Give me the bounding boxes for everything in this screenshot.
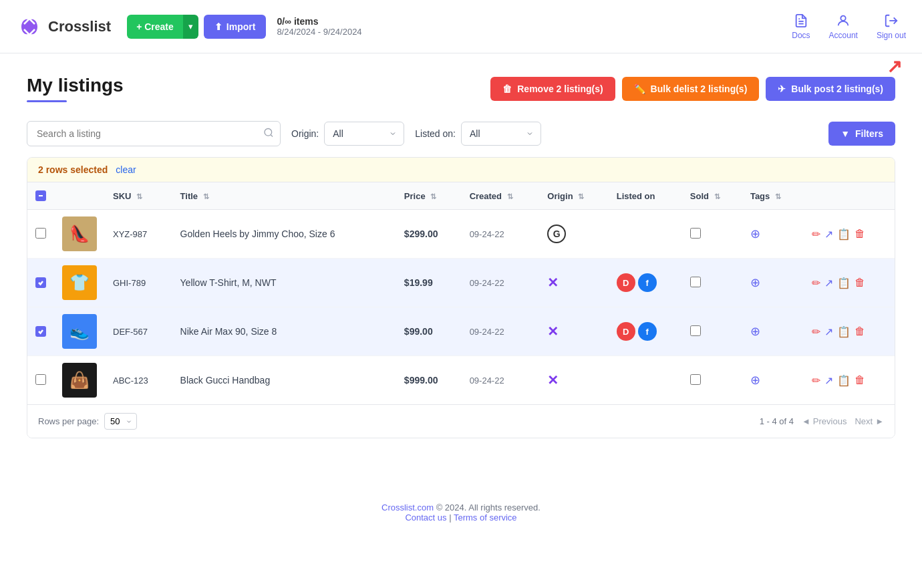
docs-icon — [794, 13, 808, 28]
terms-of-service-link[interactable]: Terms of service — [454, 512, 517, 523]
listing-created-3: 09-24-22 — [470, 327, 504, 337]
delist-icon: ✏️ — [634, 84, 645, 94]
page-info: 1 - 4 of 4 — [760, 416, 794, 426]
edit-icon-3[interactable]: ✏ — [812, 325, 820, 338]
crosslist-link[interactable]: Crosslist.com — [381, 502, 434, 512]
tags-sort-icon[interactable]: ⇅ — [775, 192, 781, 200]
bulk-delist-button[interactable]: ✏️ Bulk delist 2 listing(s) — [622, 77, 760, 101]
sold-checkbox-2[interactable] — [690, 277, 701, 287]
delete-icon-2[interactable]: 🗑 — [855, 277, 865, 289]
listed-on-filter-label: Listed on: — [415, 128, 456, 139]
origin-filter-select[interactable]: All — [324, 122, 404, 146]
create-button-group[interactable]: + Create ▾ — [127, 15, 198, 39]
rows-per-page-select[interactable]: 50 — [104, 413, 137, 430]
action-icons-2: ✏ ↗ 📋 🗑 — [812, 277, 887, 289]
filters-bar: Origin: All Listed on: All ▼ Filters — [27, 121, 895, 146]
origin-sort-icon[interactable]: ⇅ — [578, 192, 584, 200]
listed-on-filter-group: Listed on: All — [415, 122, 541, 146]
link-icon-3[interactable]: ↗ — [824, 325, 833, 338]
post-icon: ✈ — [778, 84, 786, 94]
link-icon-2[interactable]: ↗ — [824, 277, 833, 289]
header-nav: Docs Account Sign out — [792, 13, 906, 40]
remove-listings-button[interactable]: 🗑 Remove 2 listing(s) — [490, 77, 615, 101]
table-row: 👠XYZ-987Golden Heels by Jimmy Choo, Size… — [27, 210, 895, 259]
nav-docs[interactable]: Docs — [792, 13, 810, 40]
account-label: Account — [829, 31, 858, 40]
copy-icon-4[interactable]: 📋 — [837, 374, 851, 387]
link-icon-4[interactable]: ↗ — [824, 374, 833, 387]
row-checkbox-3[interactable] — [35, 326, 46, 337]
edit-icon-1[interactable]: ✏ — [812, 228, 820, 241]
clear-selection-link[interactable]: clear — [116, 164, 136, 175]
signout-icon — [884, 13, 899, 28]
origin-badge-4: ✕ — [547, 372, 600, 388]
depop-badge-3: D — [617, 322, 635, 341]
select-all-checkbox[interactable] — [35, 190, 46, 201]
listing-price-4: $999.00 — [404, 375, 438, 386]
sold-checkbox-3[interactable] — [690, 325, 701, 336]
row-checkbox-1[interactable] — [35, 228, 46, 239]
search-input[interactable] — [27, 121, 281, 146]
col-price: Price ⇅ — [396, 182, 462, 210]
delete-icon-4[interactable]: 🗑 — [855, 374, 865, 386]
add-tag-icon-4[interactable]: ⊕ — [750, 374, 760, 387]
copyright-text: © 2024. All rights reserved. — [436, 502, 541, 512]
contact-us-link[interactable]: Contact us — [405, 512, 446, 523]
signout-label: Sign out — [877, 31, 906, 40]
sold-sort-icon[interactable]: ⇅ — [714, 192, 720, 200]
copy-icon-3[interactable]: 📋 — [837, 325, 851, 338]
col-created: Created ⇅ — [462, 182, 540, 210]
listing-sku-3: DEF-567 — [113, 327, 148, 337]
import-button[interactable]: ⬆ Import — [204, 15, 267, 39]
price-sort-icon[interactable]: ⇅ — [430, 192, 436, 200]
add-tag-icon-2[interactable]: ⊕ — [750, 276, 760, 289]
pagination-bar: Rows per page: 50 1 - 4 of 4 ◄ Previous … — [27, 404, 895, 438]
origin-filter-label: Origin: — [291, 128, 319, 139]
page-header: My listings 🗑 Remove 2 listing(s) ✏️ Bul… — [27, 75, 895, 102]
listing-title-1: Golden Heels by Jimmy Choo, Size 6 — [180, 229, 335, 239]
nav-signout[interactable]: Sign out — [877, 13, 906, 40]
listing-title-3: Nike Air Max 90, Size 8 — [180, 326, 277, 337]
listed-on-filter-select[interactable]: All — [461, 122, 541, 146]
link-icon-1[interactable]: ↗ — [824, 228, 833, 241]
listing-price-2: $19.99 — [404, 277, 433, 288]
depop-badge-2: D — [617, 273, 635, 292]
title-sort-icon[interactable]: ⇅ — [203, 192, 209, 200]
bulk-post-button[interactable]: ✈ Bulk post 2 listing(s) ↗ — [766, 77, 895, 101]
sold-checkbox-1[interactable] — [690, 228, 701, 239]
edit-icon-4[interactable]: ✏ — [812, 374, 820, 387]
import-icon: ⬆ — [214, 21, 222, 32]
add-tag-icon-1[interactable]: ⊕ — [750, 227, 760, 241]
col-title: Title ⇅ — [172, 182, 396, 210]
listing-sku-4: ABC-123 — [113, 376, 148, 386]
listing-title-4: Black Gucci Handbag — [180, 375, 271, 386]
logo-text: Crosslist — [48, 18, 111, 35]
listing-thumbnail-2: 👕 — [62, 265, 97, 300]
delete-icon-3[interactable]: 🗑 — [855, 325, 865, 337]
listings-table: SKU ⇅ Title ⇅ Price ⇅ Created ⇅ — [27, 182, 895, 404]
listings-table-container: 2 rows selected clear SKU — [27, 157, 895, 438]
table-row: →👟DEF-567Nike Air Max 90, Size 8$99.0009… — [27, 307, 895, 356]
account-icon — [836, 13, 851, 28]
listing-thumbnail-1: 👠 — [62, 216, 97, 251]
delete-icon-1[interactable]: 🗑 — [855, 228, 865, 240]
row-checkbox-2[interactable] — [35, 277, 46, 288]
create-dropdown-arrow[interactable]: ▾ — [183, 15, 198, 39]
listing-thumbnail-3: 👟 — [62, 314, 97, 349]
sold-checkbox-4[interactable] — [690, 374, 701, 385]
listing-price-1: $299.00 — [404, 229, 438, 239]
filters-button[interactable]: ▼ Filters — [828, 122, 895, 146]
nav-account[interactable]: Account — [829, 13, 858, 40]
previous-page-button[interactable]: ◄ Previous — [802, 416, 847, 426]
add-tag-icon-3[interactable]: ⊕ — [750, 325, 760, 338]
created-sort-icon[interactable]: ⇅ — [507, 192, 513, 200]
copy-icon-1[interactable]: 📋 — [837, 228, 851, 241]
origin-badge-3: ✕ — [547, 323, 600, 339]
copy-icon-2[interactable]: 📋 — [837, 277, 851, 289]
row-checkbox-4[interactable] — [35, 374, 46, 385]
next-page-button[interactable]: Next ► — [855, 416, 884, 426]
edit-icon-2[interactable]: ✏ — [812, 277, 820, 289]
create-button[interactable]: + Create — [127, 15, 183, 39]
sku-sort-icon[interactable]: ⇅ — [136, 192, 142, 200]
table-row: 👜ABC-123Black Gucci Handbag$999.0009-24-… — [27, 356, 895, 405]
